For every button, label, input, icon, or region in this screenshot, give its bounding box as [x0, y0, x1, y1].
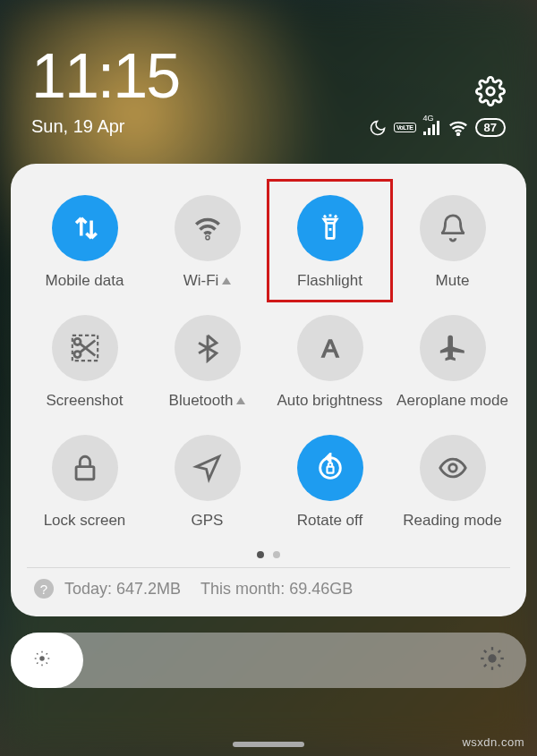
tile-label: Mobile data: [46, 272, 124, 290]
svg-rect-4: [437, 121, 439, 135]
tile-gps[interactable]: GPS: [149, 435, 265, 530]
tile-label: Auto brightness: [277, 392, 382, 410]
svg-point-5: [456, 132, 458, 134]
svg-point-15: [488, 654, 496, 662]
svg-point-0: [487, 88, 495, 96]
divider: [27, 567, 510, 568]
brightness-slider[interactable]: [11, 633, 526, 688]
bell-icon: [420, 195, 486, 261]
tile-wifi[interactable]: Wi-Fi: [149, 195, 265, 290]
tile-bluetooth[interactable]: Bluetooth: [149, 315, 265, 410]
svg-line-22: [484, 665, 486, 667]
home-handle[interactable]: [233, 742, 304, 747]
mobile-signal-icon: 4G: [423, 121, 441, 135]
page-indicator: [27, 551, 510, 558]
settings-icon[interactable]: [475, 76, 506, 110]
tile-label: Mute: [436, 272, 470, 290]
dnd-icon: [369, 119, 387, 137]
tile-label: Reading mode: [403, 512, 502, 530]
svg-point-6: [39, 656, 45, 661]
status-bar: 11:15 Sun, 19 Apr VoLTE 4G 87: [0, 0, 537, 150]
svg-rect-3: [432, 124, 435, 135]
data-usage-row[interactable]: ? Today: 647.2MB This month: 69.46GB: [27, 579, 510, 599]
watermark: wsxdn.com: [462, 735, 524, 749]
svg-rect-2: [428, 128, 430, 135]
clock: 11:15: [31, 40, 506, 112]
tile-rotate[interactable]: Rotate off: [272, 435, 388, 530]
bluetooth-icon: [175, 315, 241, 381]
tile-label: GPS: [192, 512, 224, 530]
sun-low-icon: [32, 649, 52, 672]
svg-line-14: [47, 653, 47, 654]
scissors-icon: [52, 315, 118, 381]
svg-rect-1: [423, 132, 426, 135]
tile-auto-brightness[interactable]: Auto brightness: [272, 315, 388, 410]
pager-dot: [273, 551, 280, 558]
tile-label: Bluetooth: [169, 392, 246, 410]
tile-label: Rotate off: [297, 512, 362, 530]
tile-flashlight[interactable]: Flashlight: [272, 195, 388, 290]
battery-indicator: 87: [475, 118, 506, 137]
tile-label: Screenshot: [47, 392, 124, 410]
usage-today: Today: 647.2MB: [64, 580, 181, 599]
data-arrows-icon: [52, 195, 118, 261]
svg-line-23: [499, 650, 500, 652]
status-indicators: VoLTE 4G 87: [369, 118, 506, 137]
dropdown-indicator: [222, 277, 231, 285]
volte-icon: VoLTE: [394, 123, 416, 132]
svg-line-20: [484, 650, 486, 652]
sun-high-icon: [480, 646, 505, 675]
svg-line-13: [37, 663, 38, 664]
tile-aeroplane[interactable]: Aeroplane mode: [395, 315, 510, 410]
tile-label: Wi-Fi: [183, 272, 232, 290]
tile-label: Flashlight: [297, 272, 362, 290]
quick-settings-panel: Mobile dataWi-FiFlashlightMuteScreenshot…: [11, 164, 526, 616]
info-icon: ?: [34, 579, 54, 599]
wifi-icon: [175, 195, 241, 261]
tile-reading[interactable]: Reading mode: [395, 435, 510, 530]
letter-a-icon: [297, 315, 363, 381]
tile-label: Lock screen: [44, 512, 126, 530]
date-label: Sun, 19 Apr: [31, 116, 125, 137]
dropdown-indicator: [236, 397, 245, 404]
tile-mute[interactable]: Mute: [395, 195, 510, 290]
lock-icon: [52, 435, 118, 501]
svg-line-11: [37, 653, 38, 654]
nav-arrow-icon: [175, 435, 241, 501]
eye-icon: [420, 435, 486, 501]
tile-mobile-data[interactable]: Mobile data: [27, 195, 142, 290]
flashlight-icon: [297, 195, 363, 261]
svg-line-12: [47, 663, 47, 664]
svg-line-21: [499, 665, 500, 667]
tile-screenshot[interactable]: Screenshot: [27, 315, 142, 410]
usage-month: This month: 69.46GB: [200, 580, 353, 599]
wifi-status-icon: [448, 120, 468, 136]
tile-lock-screen[interactable]: Lock screen: [27, 435, 142, 530]
tile-label: Aeroplane mode: [396, 392, 508, 410]
rotate-lock-icon: [297, 435, 363, 501]
pager-dot: [257, 551, 264, 558]
plane-icon: [420, 315, 486, 381]
